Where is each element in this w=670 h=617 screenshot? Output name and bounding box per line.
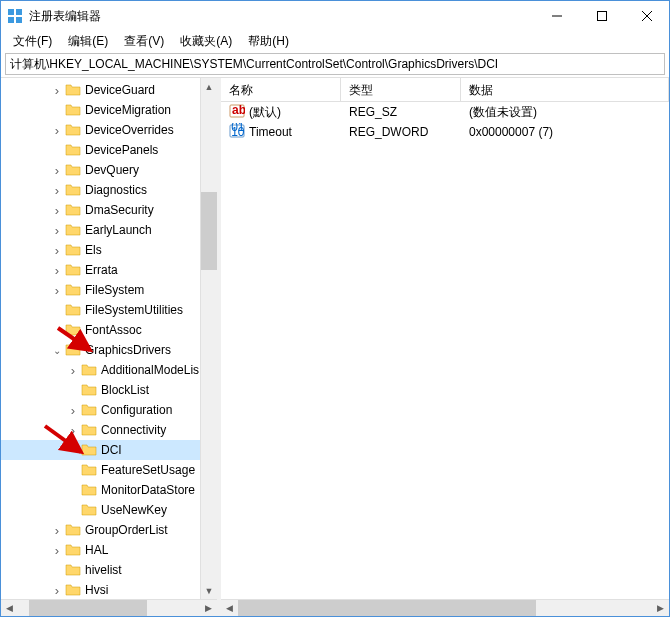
folder-icon (81, 383, 97, 397)
hscroll-thumb[interactable] (238, 600, 536, 616)
tree-item[interactable]: UseNewKey (1, 500, 200, 520)
menu-view[interactable]: 查看(V) (116, 31, 172, 52)
tree-item-label: HAL (85, 543, 108, 557)
menubar: 文件(F) 编辑(E) 查看(V) 收藏夹(A) 帮助(H) (1, 31, 669, 51)
column-header-data[interactable]: 数据 (461, 78, 669, 101)
chevron-right-icon[interactable] (65, 363, 81, 378)
tree-item[interactable]: EarlyLaunch (1, 220, 200, 240)
scroll-right-button[interactable]: ▶ (652, 600, 669, 616)
scroll-thumb[interactable] (201, 192, 217, 270)
chevron-right-icon[interactable] (49, 83, 65, 98)
hscroll-track[interactable] (18, 600, 200, 616)
tree-item[interactable]: DeviceOverrides (1, 120, 200, 140)
tree-item[interactable]: Diagnostics (1, 180, 200, 200)
scroll-up-button[interactable]: ▲ (201, 78, 217, 95)
chevron-down-icon[interactable] (49, 345, 65, 356)
chevron-right-icon[interactable] (65, 403, 81, 418)
svg-text:ab: ab (232, 103, 245, 117)
scroll-down-button[interactable]: ▼ (201, 582, 217, 599)
list-row[interactable]: 01101001TimeoutREG_DWORD0x00000007 (7) (221, 122, 669, 142)
tree-item-label: EarlyLaunch (85, 223, 152, 237)
tree-item[interactable]: HAL (1, 540, 200, 560)
folder-icon (81, 443, 97, 457)
tree-item-label: UseNewKey (101, 503, 167, 517)
tree-item[interactable]: FileSystemUtilities (1, 300, 200, 320)
scroll-left-button[interactable]: ◀ (221, 600, 238, 616)
chevron-right-icon[interactable] (49, 583, 65, 598)
hscroll-track[interactable] (238, 600, 652, 616)
tree-item[interactable]: hivelist (1, 560, 200, 580)
minimize-button[interactable] (534, 1, 579, 31)
tree-vertical-scrollbar[interactable]: ▲ ▼ (200, 78, 217, 599)
menu-file[interactable]: 文件(F) (5, 31, 60, 52)
tree-item[interactable]: DeviceMigration (1, 100, 200, 120)
column-header-name[interactable]: 名称 (221, 78, 341, 101)
tree-item-label: FeatureSetUsage (101, 463, 195, 477)
tree-item[interactable]: FeatureSetUsage (1, 460, 200, 480)
tree-item[interactable]: DevicePanels (1, 140, 200, 160)
list-horizontal-scrollbar[interactable]: ◀ ▶ (221, 599, 669, 616)
tree-item[interactable]: Errata (1, 260, 200, 280)
tree-item[interactable]: AdditionalModeLis (1, 360, 200, 380)
maximize-button[interactable] (579, 1, 624, 31)
chevron-right-icon[interactable] (65, 423, 81, 438)
chevron-right-icon[interactable] (49, 203, 65, 218)
chevron-right-icon[interactable] (49, 163, 65, 178)
address-bar[interactable]: 计算机\HKEY_LOCAL_MACHINE\SYSTEM\CurrentCon… (5, 53, 665, 75)
chevron-right-icon[interactable] (49, 523, 65, 538)
tree-item-label: MonitorDataStore (101, 483, 195, 497)
tree-item-label: DeviceOverrides (85, 123, 174, 137)
tree-item[interactable]: FileSystem (1, 280, 200, 300)
folder-icon (65, 183, 81, 197)
tree-item-label: DmaSecurity (85, 203, 154, 217)
value-data: 0x00000007 (7) (469, 125, 553, 139)
chevron-right-icon[interactable] (49, 283, 65, 298)
tree-item[interactable]: DevQuery (1, 160, 200, 180)
chevron-right-icon[interactable] (49, 543, 65, 558)
tree-item[interactable]: Els (1, 240, 200, 260)
chevron-right-icon[interactable] (49, 243, 65, 258)
folder-icon (81, 403, 97, 417)
tree-item[interactable]: MonitorDataStore (1, 480, 200, 500)
list-row[interactable]: ab(默认)REG_SZ(数值未设置) (221, 102, 669, 122)
tree-item-label: Configuration (101, 403, 172, 417)
folder-icon (81, 463, 97, 477)
menu-edit[interactable]: 编辑(E) (60, 31, 116, 52)
tree-item[interactable]: DCI (1, 440, 200, 460)
list-pane: 名称 类型 数据 ab(默认)REG_SZ(数值未设置)01101001Time… (221, 78, 669, 616)
menu-help[interactable]: 帮助(H) (240, 31, 297, 52)
folder-icon (81, 363, 97, 377)
scroll-track[interactable] (201, 95, 217, 582)
titlebar: 注册表编辑器 (1, 1, 669, 31)
tree-item-label: FileSystem (85, 283, 144, 297)
folder-icon (65, 523, 81, 537)
list-body[interactable]: ab(默认)REG_SZ(数值未设置)01101001TimeoutREG_DW… (221, 102, 669, 599)
tree[interactable]: DeviceGuardDeviceMigrationDeviceOverride… (1, 78, 200, 599)
hscroll-thumb[interactable] (29, 600, 147, 616)
string-value-icon: ab (229, 103, 245, 122)
scroll-right-button[interactable]: ▶ (200, 600, 217, 616)
tree-item-label: BlockList (101, 383, 149, 397)
tree-item[interactable]: Hvsi (1, 580, 200, 599)
column-header-type[interactable]: 类型 (341, 78, 461, 101)
tree-item[interactable]: FontAssoc (1, 320, 200, 340)
chevron-right-icon[interactable] (49, 123, 65, 138)
tree-item[interactable]: GraphicsDrivers (1, 340, 200, 360)
tree-item[interactable]: DmaSecurity (1, 200, 200, 220)
chevron-right-icon[interactable] (49, 223, 65, 238)
tree-item-label: AdditionalModeLis (101, 363, 199, 377)
svg-rect-1 (16, 9, 22, 15)
chevron-right-icon[interactable] (49, 183, 65, 198)
tree-item[interactable]: GroupOrderList (1, 520, 200, 540)
tree-item[interactable]: Connectivity (1, 420, 200, 440)
tree-item[interactable]: Configuration (1, 400, 200, 420)
tree-item-label: Hvsi (85, 583, 108, 597)
scroll-left-button[interactable]: ◀ (1, 600, 18, 616)
chevron-right-icon[interactable] (49, 263, 65, 278)
close-button[interactable] (624, 1, 669, 31)
tree-item[interactable]: BlockList (1, 380, 200, 400)
menu-favorites[interactable]: 收藏夹(A) (172, 31, 240, 52)
tree-horizontal-scrollbar[interactable]: ◀ ▶ (1, 599, 217, 616)
folder-icon (65, 563, 81, 577)
tree-item[interactable]: DeviceGuard (1, 80, 200, 100)
